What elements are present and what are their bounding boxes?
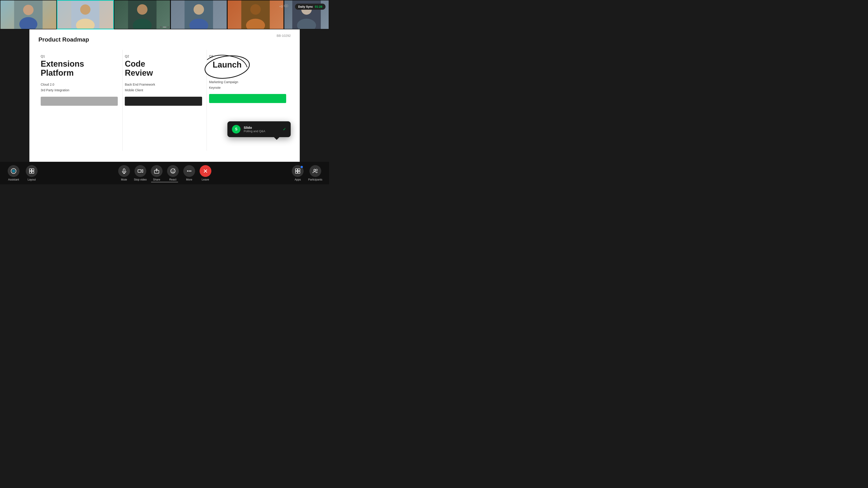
participants-label: Participants xyxy=(308,178,322,181)
meeting-timer: 01:28 xyxy=(315,5,322,8)
svg-rect-31 xyxy=(138,170,141,172)
more-button[interactable]: More xyxy=(182,165,196,181)
slide-title: Product Roadmap xyxy=(38,36,291,43)
toolbar-center: Mute Stop video Share xyxy=(117,165,212,181)
pagination-dots xyxy=(160,27,169,28)
launch-circled: Launch xyxy=(209,59,245,75)
slido-icon: S xyxy=(232,125,241,133)
q2-bar xyxy=(125,97,202,106)
stop-video-icon xyxy=(134,165,146,177)
svg-rect-42 xyxy=(298,169,300,171)
svg-rect-26 xyxy=(29,171,31,173)
layout-label: Layout xyxy=(28,178,36,181)
svg-rect-44 xyxy=(298,171,300,173)
svg-rect-28 xyxy=(123,169,125,172)
q2-items: Back End FrameworkMobile Client xyxy=(125,82,202,93)
assistant-icon xyxy=(8,165,20,177)
main-content: BB-10292 Product Roadmap Q1 ExtensionsPl… xyxy=(29,29,300,162)
leave-button[interactable]: Leave xyxy=(199,165,212,181)
toolbar-right: Apps Participants xyxy=(291,165,322,181)
svg-point-1 xyxy=(23,5,33,15)
leave-label: Leave xyxy=(202,178,209,181)
roadmap-col-q3: Q3 Launch Marketing CampaignKeynote xyxy=(207,50,291,151)
daily-sync-title: Daily Sync xyxy=(298,5,313,8)
svg-point-23 xyxy=(13,170,14,171)
svg-point-4 xyxy=(80,4,90,15)
participant-tile-4[interactable] xyxy=(170,0,227,29)
svg-point-37 xyxy=(188,170,190,171)
slide-id: BB-10292 xyxy=(277,34,291,37)
react-icon xyxy=(167,165,179,177)
bottom-indicator xyxy=(151,182,178,183)
svg-point-45 xyxy=(314,169,315,171)
q3-items: Marketing CampaignKeynote xyxy=(209,79,286,91)
slido-popup[interactable]: S Slido Polling and Q&A ✓ xyxy=(227,121,291,137)
share-button[interactable]: Share xyxy=(150,165,163,181)
toolbar: Assistant Layout xyxy=(0,162,329,184)
svg-rect-24 xyxy=(29,169,31,171)
svg-point-10 xyxy=(194,4,204,15)
svg-point-38 xyxy=(190,170,191,171)
extra-participants-badge: +3 xyxy=(279,4,288,8)
svg-rect-41 xyxy=(296,169,298,171)
svg-point-46 xyxy=(316,169,317,170)
slido-tail xyxy=(274,137,279,140)
dot-2 xyxy=(163,27,166,28)
slido-checkmark: ✓ xyxy=(283,127,286,132)
dot-1 xyxy=(160,27,162,28)
apps-button[interactable]: Apps xyxy=(291,165,305,181)
q1-bar xyxy=(41,97,118,106)
apps-notification-dot xyxy=(301,166,303,168)
svg-point-34 xyxy=(172,170,172,171)
share-label: Share xyxy=(153,178,160,181)
svg-point-19 xyxy=(286,5,288,7)
roadmap-col-q1: Q1 ExtensionsPlatform Cloud 2.03rd Party… xyxy=(38,50,123,151)
q3-label: Q3 xyxy=(209,55,286,58)
q2-title: CodeReview xyxy=(125,59,202,77)
participants-button[interactable]: Participants xyxy=(308,165,322,181)
participant-tile-1[interactable] xyxy=(0,0,57,29)
layout-button[interactable]: Layout xyxy=(25,165,38,181)
slido-subtitle: Polling and Q&A xyxy=(244,129,280,133)
mute-icon xyxy=(118,165,130,177)
participants-icon xyxy=(309,165,321,177)
q3-title: Launch xyxy=(209,59,245,70)
slide-area: BB-10292 Product Roadmap Q1 ExtensionsPl… xyxy=(29,29,300,162)
daily-sync-badge: Daily Sync 01:28 xyxy=(295,4,326,10)
svg-point-35 xyxy=(174,170,174,171)
extra-count: +3 xyxy=(279,5,283,8)
q3-bar xyxy=(209,94,286,103)
participant-tile-2[interactable] xyxy=(57,0,114,29)
layout-icon xyxy=(26,165,37,177)
roadmap-col-q2: Q2 CodeReview Back End FrameworkMobile C… xyxy=(123,50,207,151)
svg-point-7 xyxy=(137,4,147,15)
toolbar-left: Assistant Layout xyxy=(7,165,38,181)
mute-button[interactable]: Mute xyxy=(117,165,131,181)
share-icon xyxy=(151,165,162,177)
svg-rect-43 xyxy=(296,171,298,173)
react-label: React xyxy=(169,178,176,181)
q2-label: Q2 xyxy=(125,55,202,58)
react-button[interactable]: React xyxy=(166,165,180,181)
stop-video-button[interactable]: Stop video xyxy=(133,165,147,181)
svg-rect-25 xyxy=(32,169,34,171)
assistant-label: Assistant xyxy=(8,178,19,181)
roadmap-grid: Q1 ExtensionsPlatform Cloud 2.03rd Party… xyxy=(38,50,291,151)
more-icon xyxy=(183,165,195,177)
more-label: More xyxy=(186,178,192,181)
q1-title: ExtensionsPlatform xyxy=(41,59,118,77)
mute-label: Mute xyxy=(121,178,127,181)
participant-tile-5[interactable] xyxy=(227,0,284,29)
svg-point-13 xyxy=(250,4,260,15)
assistant-button[interactable]: Assistant xyxy=(7,165,20,181)
participant-tile-3[interactable] xyxy=(114,0,170,29)
slido-title: Slido xyxy=(244,126,280,129)
apps-icon xyxy=(292,165,304,177)
q1-items: Cloud 2.03rd Party Integration xyxy=(41,82,118,93)
apps-label: Apps xyxy=(295,178,301,181)
q1-label: Q1 xyxy=(41,55,118,58)
slido-info: Slido Polling and Q&A xyxy=(244,126,280,133)
dot-3 xyxy=(167,27,169,28)
stop-video-label: Stop video xyxy=(134,178,147,181)
participant-strip: Daily Sync 01:28 +3 xyxy=(0,0,329,29)
